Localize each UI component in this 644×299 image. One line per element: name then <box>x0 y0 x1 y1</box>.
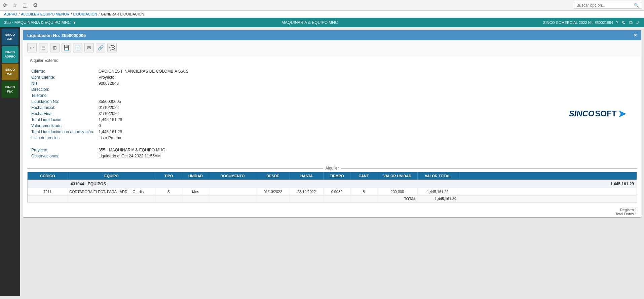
help-icon[interactable]: ? <box>616 20 618 26</box>
value-nit: 900072843 <box>97 80 190 86</box>
value-total-amort: 1,445,161.29 <box>97 129 190 135</box>
col-unidad: UNIDAD <box>182 172 209 180</box>
info-row-total-liq: Total Liquidación: 1,445,161.29 <box>30 117 190 123</box>
cell-hasta: 28/10/2022 <box>290 188 324 195</box>
alquiler-legend: Alquiler <box>27 166 637 171</box>
group-codigo <box>28 180 68 188</box>
info-row-fecha-final: Fecha Final: 31/10/2022 <box>30 111 190 117</box>
module-name: 355 - MAQUINARIA & EQUIPO MHC <box>4 20 71 25</box>
footer-info: Registro 1 Total Datos 1 <box>23 207 641 217</box>
breadcrumb: ADPRO / ALQUILER EQUIPO MENOR / LIQUIDAC… <box>0 11 644 18</box>
group-total: 1,445,161.29 <box>596 180 637 188</box>
document-title: Liquidación No: 3550000005 <box>27 33 86 38</box>
cell-valor-total: 1,445,161.29 <box>418 188 458 195</box>
info-row-direccion: Dirección: <box>30 86 190 92</box>
value-telefono <box>97 92 190 99</box>
label-total-amort: Total Liquidación con amortización: <box>30 129 97 135</box>
info-row-fecha-inicial: Fecha Inicial: 01/10/2022 <box>30 105 190 111</box>
alquiler-section-label: Alquiler <box>323 166 341 171</box>
col-tiempo: TIEMPO <box>324 172 350 180</box>
breadcrumb-liquidacion[interactable]: LIQUIDACIÓN <box>73 12 98 16</box>
star-icon[interactable]: ☆ <box>12 2 17 8</box>
col-equipo: EQUIPO <box>68 172 155 180</box>
module-bar-left: 355 - MAQUINARIA & EQUIPO MHC ▼ <box>4 20 76 25</box>
sincosoft-logo: SINCO SOFT ➤ <box>569 108 626 119</box>
module-dropdown-icon[interactable]: ▼ <box>73 21 76 25</box>
refresh-icon[interactable]: ↻ <box>622 20 626 26</box>
module-bar-icons: ? ↻ ⧉ ⤢ <box>616 20 640 26</box>
cell-equipo: CORTADORA ELECT. PARA LADRILLO - dia <box>68 188 155 195</box>
info-row-liquidacion-no: Liquidación No: 3550000005 <box>30 99 190 105</box>
logo-arrow-icon: ➤ <box>618 108 626 119</box>
sidebar-item-fc[interactable]: SINCO F&C <box>2 81 18 98</box>
undo-icon[interactable]: ⟳ <box>3 2 7 8</box>
email-button[interactable]: ✉ <box>84 43 94 52</box>
alquiler-table: CÓDIGO EQUIPO TIPO UNIDAD DOCUMENTO DESD… <box>27 172 637 202</box>
value-fecha-final: 31/10/2022 <box>97 111 190 117</box>
info-row-valor-amort: Valor amortizado: 0 <box>30 123 190 129</box>
settings-icon[interactable]: ⚙ <box>33 2 38 8</box>
search-bar[interactable]: 🔍 <box>574 2 641 9</box>
sidebar-label-adpro: ADPRO <box>5 55 16 58</box>
doc-button[interactable]: 📄 <box>73 43 82 52</box>
link-button[interactable]: 🔗 <box>96 43 105 52</box>
legend-line-left <box>27 168 323 169</box>
info-left: Cliente: OPCIONES FINANCIERAS DE COLOMBI… <box>30 68 560 159</box>
label-fecha-inicial: Fecha Inicial: <box>30 105 97 111</box>
sidebar-item-me[interactable]: SINCO M&E <box>2 64 18 80</box>
sidebar-label-fc: F&C <box>7 90 13 93</box>
info-row-spacer <box>30 141 190 147</box>
grid-button[interactable]: ⊞ <box>50 43 60 52</box>
sidebar-item-af[interactable]: SINCO A&F <box>2 29 18 45</box>
close-icon[interactable]: × <box>634 32 637 38</box>
info-row-nit: NIT: 900072843 <box>30 80 190 86</box>
label-fecha-final: Fecha Final: <box>30 111 97 117</box>
sidebar-logo-af: SINCO <box>5 33 15 37</box>
list-button[interactable]: ☰ <box>39 43 48 52</box>
chat-button[interactable]: 💬 <box>107 43 117 52</box>
cell-unidad: Mes <box>182 188 209 195</box>
label-lista-precios: Lista de precios: <box>30 135 97 141</box>
total-label: TOTAL <box>377 195 418 202</box>
table-header: CÓDIGO EQUIPO TIPO UNIDAD DOCUMENTO DESD… <box>28 172 637 180</box>
breadcrumb-adpro[interactable]: ADPRO <box>4 12 17 16</box>
info-row-proyecto: Proyecto: 355 - MAQUINARIA & EQUIPO MHC <box>30 147 190 153</box>
expand-icon[interactable]: ⤢ <box>636 20 640 26</box>
cell-valor-unidad: 200,000 <box>377 188 418 195</box>
value-fecha-inicial: 01/10/2022 <box>97 105 190 111</box>
label-telefono: Teléfono: <box>30 92 97 99</box>
search-input[interactable] <box>576 3 634 8</box>
document-title-bar: Liquidación No: 3550000005 × <box>23 30 641 40</box>
alquiler-externo-label: Alquiler Externo <box>23 55 641 64</box>
top-bar: ⟳ ☆ ⬚ ⚙ 🔍 <box>0 0 644 11</box>
cell-tipo: S <box>155 188 182 195</box>
document-window: Liquidación No: 3550000005 × ↩ ☰ ⊞ 💾 📄 ✉… <box>23 30 641 218</box>
breadcrumb-current: GENERAR LIQUIDACIÓN <box>101 12 144 16</box>
cell-desde: 01/10/2022 <box>256 188 290 195</box>
label-valor-amort: Valor amortizado: <box>30 123 97 129</box>
save-button[interactable]: 💾 <box>62 43 71 52</box>
breadcrumb-alquiler[interactable]: ALQUILER EQUIPO MENOR <box>21 12 69 16</box>
label-proyecto: Proyecto: <box>30 147 97 153</box>
window-icon[interactable]: ⧉ <box>629 20 633 26</box>
info-row-total-amort: Total Liquidación con amortización: 1,44… <box>30 129 190 135</box>
col-documento: DOCUMENTO <box>209 172 256 180</box>
value-cliente: OPCIONES FINANCIERAS DE COLOMBIA S.A.S <box>97 68 190 74</box>
label-direccion: Dirección: <box>30 86 97 92</box>
col-hasta: HASTA <box>290 172 324 180</box>
col-codigo: CÓDIGO <box>28 172 68 180</box>
logo-soft: SOFT <box>595 109 617 118</box>
table-row: 7211 CORTADORA ELECT. PARA LADRILLO - di… <box>28 188 637 195</box>
module-bar-right: SINCO COMERCIAL 2022 Nit: 830021894 ? ↻ … <box>543 20 640 26</box>
sidebar-item-adpro[interactable]: SINCO ADPRO <box>2 46 18 63</box>
cell-tiempo: 0.9032 <box>324 188 350 195</box>
value-lista-precios: Lista Prueba <box>97 135 190 141</box>
toolbar: ↩ ☰ ⊞ 💾 📄 ✉ 🔗 💬 <box>23 40 641 55</box>
col-cant: CANT <box>350 172 377 180</box>
inbox-icon[interactable]: ⬚ <box>23 2 28 8</box>
col-tipo: TIPO <box>155 172 182 180</box>
top-bar-icons: ⟳ ☆ ⬚ ⚙ <box>3 2 38 8</box>
back-button[interactable]: ↩ <box>27 43 37 52</box>
sidebar-logo-fc: SINCO <box>5 86 15 89</box>
value-valor-amort: 0 <box>97 123 190 129</box>
